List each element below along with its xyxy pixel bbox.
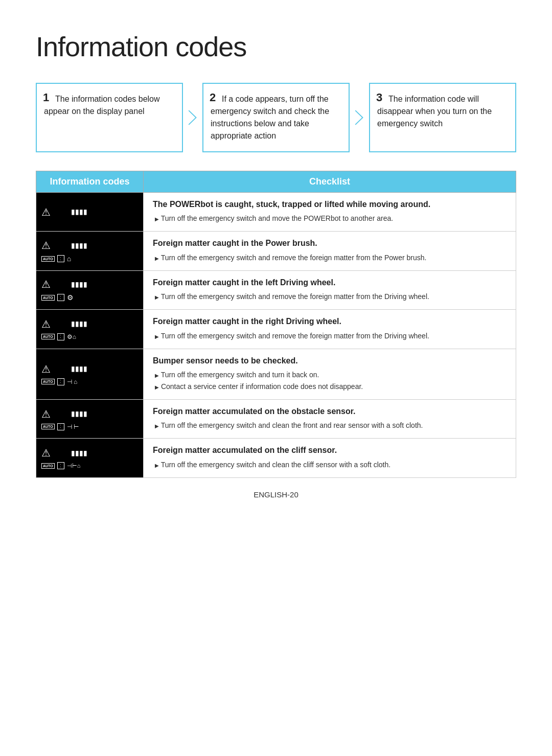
checklist-bullet: ▶ Turn off the emergency switch and move… <box>153 213 507 224</box>
checklist-bullet: ▶ Turn off the emergency switch and clea… <box>153 420 507 431</box>
code-cell: ⚠▮▮▮▮AUTO⁚⌂ <box>36 232 144 270</box>
code-cell: ⚠▮▮▮▮AUTO⁚⚙ <box>36 270 144 309</box>
checklist-cell: Foreign matter accumulated on the obstac… <box>144 399 516 438</box>
checklist-heading: The POWERbot is caught, stuck, trapped o… <box>153 199 507 210</box>
step-arrow-2 <box>350 83 369 152</box>
code-cell: ⚠▮▮▮▮AUTO⁚⊣⊢⌂ <box>36 439 144 477</box>
checklist-bullet: ▶ Contact a service center if informatio… <box>153 381 507 392</box>
checklist-bullet: ▶ Turn off the emergency switch and remo… <box>153 253 507 263</box>
code-cell: ⚠▮▮▮▮AUTO⁚⊣ ⊢ <box>36 399 144 438</box>
code-cell: ⚠▮▮▮▮AUTO⁚⊣ ⌂ <box>36 349 144 399</box>
checklist-heading: Bumper sensor needs to be checked. <box>153 355 507 366</box>
code-cell: ⚠▮▮▮▮AUTO⁚⚙⌂ <box>36 310 144 349</box>
table-row: ⚠▮▮▮▮AUTO⁚⊣ ⌂Bumper sensor needs to be c… <box>36 349 516 399</box>
checklist-bullet: ▶ Turn off the emergency switch and remo… <box>153 331 507 341</box>
step-3-num: 3 <box>376 91 382 104</box>
page-title: Information codes <box>36 31 516 62</box>
checklist-cell: Bumper sensor needs to be checked.▶ Turn… <box>144 349 516 399</box>
checklist-bullet: ▶ Turn off the emergency switch and turn… <box>153 370 507 380</box>
checklist-heading: Foreign matter accumulated on the cliff … <box>153 445 507 456</box>
checklist-cell: Foreign matter accumulated on the cliff … <box>144 439 516 477</box>
table-row: ⚠▮▮▮▮AUTO⁚⊣ ⊢Foreign matter accumulated … <box>36 399 516 438</box>
checklist-heading: Foreign matter accumulated on the obstac… <box>153 406 507 417</box>
footer-text: ENGLISH-20 <box>36 490 516 499</box>
step-1-text: The information codes below appear on th… <box>44 93 160 116</box>
checklist-heading: Foreign matter caught in the left Drivin… <box>153 277 507 288</box>
table-row: ⚠▮▮▮▮AUTO⁚⊣⊢⌂Foreign matter accumulated … <box>36 439 516 477</box>
checklist-bullet: ▶ Turn off the emergency switch and clea… <box>153 460 507 470</box>
step-1: 1 The information codes below appear on … <box>36 83 183 152</box>
checklist-heading: Foreign matter caught in the Power brush… <box>153 238 507 249</box>
checklist-cell: Foreign matter caught in the right Drivi… <box>144 310 516 349</box>
step-1-num: 1 <box>43 91 49 104</box>
steps-row: 1 The information codes below appear on … <box>36 83 516 152</box>
checklist-cell: Foreign matter caught in the Power brush… <box>144 232 516 270</box>
col-header-codes: Information codes <box>36 171 144 193</box>
checklist-heading: Foreign matter caught in the right Drivi… <box>153 316 507 327</box>
checklist-bullet: ▶ Turn off the emergency switch and remo… <box>153 291 507 302</box>
table-row: ⚠▮▮▮▮AUTO⁚⚙Foreign matter caught in the … <box>36 270 516 309</box>
step-2-text: If a code appears, turn off the emergenc… <box>211 93 329 140</box>
checklist-cell: The POWERbot is caught, stuck, trapped o… <box>144 193 516 232</box>
col-header-checklist: Checklist <box>144 171 516 193</box>
step-2-num: 2 <box>210 91 216 104</box>
table-row: ⚠▮▮▮▮AUTO⁚⌂Foreign matter caught in the … <box>36 232 516 270</box>
code-cell: ⚠▮▮▮▮ <box>36 193 144 232</box>
step-3-text: The information code will disappear when… <box>377 93 492 128</box>
step-3: 3 The information code will disappear wh… <box>369 83 516 152</box>
checklist-cell: Foreign matter caught in the left Drivin… <box>144 270 516 309</box>
table-row: ⚠▮▮▮▮The POWERbot is caught, stuck, trap… <box>36 193 516 232</box>
table-row: ⚠▮▮▮▮AUTO⁚⚙⌂Foreign matter caught in the… <box>36 310 516 349</box>
info-table: Information codes Checklist ⚠▮▮▮▮The POW… <box>36 171 516 478</box>
step-2: 2 If a code appears, turn off the emerge… <box>202 83 350 152</box>
step-arrow-1 <box>183 83 202 152</box>
